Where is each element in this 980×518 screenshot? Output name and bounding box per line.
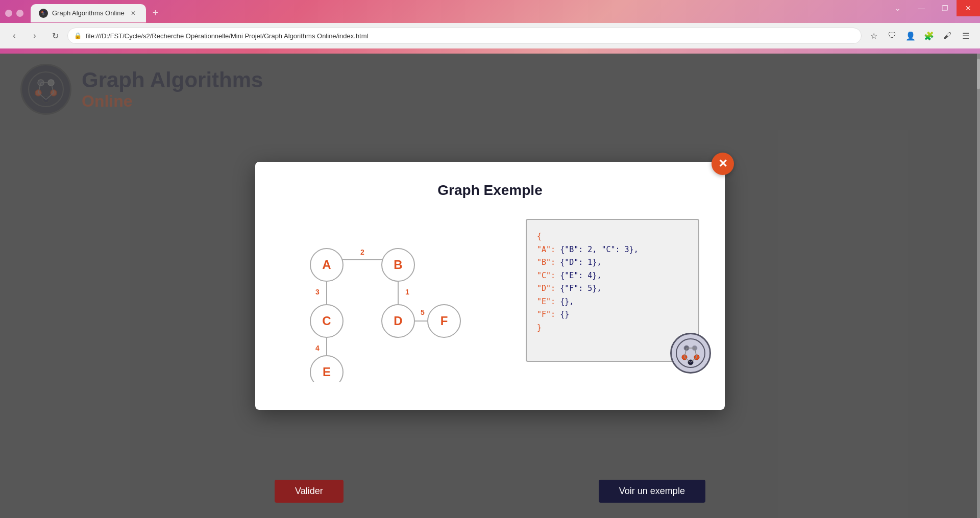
scrollbar[interactable] [977,54,980,518]
svg-text:F: F [440,314,448,328]
json-line5: "D": {"F": 5}, [537,284,601,293]
new-tab-button[interactable]: + [148,6,163,21]
browser-chrome: ⌄ — ❐ ✕ Graph Algorithms Online ✕ + [0,0,980,54]
json-line4: "C": {"E": 4}, [537,271,601,280]
nav-bar: ‹ › ↻ 🔒 file:///D:/FST/Cycle/s2/Recherch… [0,23,980,48]
json-line8: } [537,323,542,332]
address-bar[interactable]: 🔒 file:///D:/FST/Cycle/s2/Recherche Opér… [67,28,862,44]
bottom-bar: Valider Voir un exemple [0,480,980,503]
svg-text:D: D [394,314,402,328]
validate-button[interactable]: Valider [275,480,344,503]
json-line2: "A": {"B": 2, "C": 3}, [537,245,639,254]
modal-overlay: ✕ Graph Exemple 2 3 [0,54,980,518]
json-line7: "F": {} [537,310,569,319]
example-button[interactable]: Voir un exemple [599,480,705,503]
back-button[interactable]: ‹ [6,28,22,44]
svg-text:B: B [394,258,402,272]
scrollbar-thumb[interactable] [977,59,980,89]
lock-icon: 🔒 [74,32,82,39]
brush-icon[interactable]: 🖌 [939,28,955,44]
tab-close-button[interactable]: ✕ [129,9,138,18]
svg-text:E: E [323,365,331,379]
tab-bar: Graph Algorithms Online ✕ + [0,0,980,23]
page-background: Graph Algorithms Online ✕ Graph Exemple … [0,54,980,518]
svg-text:2: 2 [360,248,364,256]
svg-text:3: 3 [315,288,320,296]
refresh-button[interactable]: ↻ [47,28,63,44]
modal-close-button[interactable]: ✕ [712,153,734,175]
menu-icon[interactable]: ☰ [958,28,974,44]
graph-visualization: 2 3 1 4 5 [281,219,505,384]
json-line1: { [537,232,542,241]
svg-text:C: C [322,314,331,328]
svg-text:A: A [322,258,331,272]
browser-dot-1 [5,10,12,17]
svg-text:5: 5 [421,308,425,316]
active-tab[interactable]: Graph Algorithms Online ✕ [31,4,146,22]
close-button[interactable]: ✕ [957,0,980,16]
json-line3: "B": {"D": 1}, [537,258,601,267]
maximize-button[interactable]: ❐ [933,0,957,16]
tab-title: Graph Algorithms Online [52,9,125,17]
svg-text:4: 4 [315,344,320,352]
address-text: file:///D:/FST/Cycle/s2/Recherche Opérat… [86,32,368,40]
json-line6: "E": {}, [537,297,574,306]
modal-content: 2 3 1 4 5 [281,219,699,384]
nav-right-icons: ☆ 🛡 👤 🧩 🖌 ☰ [866,28,974,44]
browser-left-controls [5,10,23,17]
extensions-icon[interactable]: 🧩 [921,28,937,44]
window-controls: ⌄ — ❐ ✕ [886,0,980,16]
modal-dialog: ✕ Graph Exemple 2 3 [255,162,725,410]
profile-icon[interactable]: 👤 [902,28,919,44]
svg-text:1: 1 [405,288,409,296]
tab-favicon [39,9,48,18]
shield-icon[interactable]: 🛡 [884,28,900,44]
star-icon[interactable]: ☆ [866,28,882,44]
json-box-logo [670,333,711,374]
json-code-box: { "A": {"B": 2, "C": 3}, "B": {"D": 1}, … [526,219,699,362]
modal-title: Graph Exemple [281,182,699,199]
browser-dot-2 [16,10,23,17]
forward-button[interactable]: › [27,28,43,44]
graph-svg: 2 3 1 4 5 [281,219,475,382]
minimize-button[interactable]: — [910,0,933,16]
chevron-down-icon[interactable]: ⌄ [886,0,910,16]
